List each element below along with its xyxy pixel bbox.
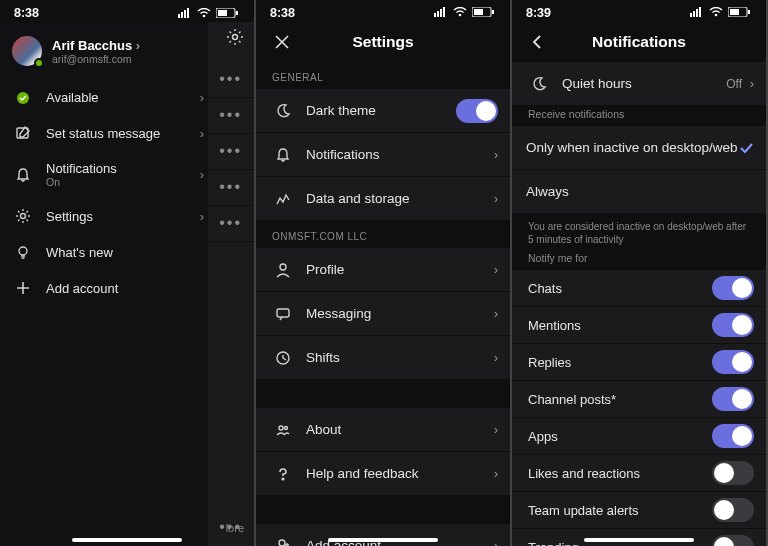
row-add-account[interactable]: Add account ›: [256, 524, 510, 546]
row-dark-theme[interactable]: Dark theme: [256, 89, 510, 133]
drawer-item-notifications[interactable]: Notifications On ›: [0, 151, 208, 198]
drawer-item-available[interactable]: Available ›: [0, 80, 208, 115]
row-messaging[interactable]: Messaging ›: [256, 292, 510, 336]
row-profile[interactable]: Profile ›: [256, 248, 510, 292]
row-receive-inactive[interactable]: Only when inactive on desktop/web: [512, 126, 766, 170]
chevron-right-icon: ›: [200, 126, 204, 141]
row-notify-channel-posts-[interactable]: Channel posts*: [512, 381, 766, 418]
toggle-dark-theme[interactable]: [456, 99, 498, 123]
drawer-item-status-message[interactable]: Set status message ›: [0, 115, 208, 151]
drawer-item-label: Settings: [46, 209, 93, 224]
help-icon: [270, 466, 296, 482]
svg-rect-6: [218, 10, 227, 16]
content-peek: ••• ••• ••• ••• ••• ••• lore: [208, 22, 254, 546]
chat-icon: [270, 306, 296, 322]
row-label: Shifts: [306, 350, 494, 365]
chevron-right-icon: ›: [494, 192, 498, 206]
more-icon[interactable]: •••: [219, 106, 242, 124]
drawer-item-add-account[interactable]: Add account: [0, 270, 208, 306]
row-label: Apps: [528, 429, 712, 444]
more-label: lore: [226, 522, 244, 534]
svg-point-10: [21, 214, 26, 219]
page-title: Notifications: [554, 33, 724, 51]
toggle-team-update-alerts[interactable]: [712, 498, 754, 522]
top-nav: Settings: [256, 22, 510, 62]
drawer-item-settings[interactable]: Settings ›: [0, 198, 208, 234]
svg-point-25: [285, 426, 288, 429]
svg-rect-20: [492, 10, 494, 14]
row-label: Help and feedback: [306, 466, 494, 481]
row-notify-likes-and-reactions[interactable]: Likes and reactions: [512, 455, 766, 492]
add-person-icon: [270, 538, 296, 547]
row-label: Replies: [528, 355, 712, 370]
quiet-hours-icon: [526, 76, 552, 92]
row-receive-always[interactable]: Always: [512, 170, 766, 214]
svg-point-21: [280, 264, 286, 270]
profile-header[interactable]: Arif Bacchus › arif@onmsft.com: [0, 22, 208, 80]
home-indicator[interactable]: [584, 538, 694, 542]
toggle-chats[interactable]: [712, 276, 754, 300]
profile-email: arif@onmsft.com: [52, 53, 140, 65]
row-notifications[interactable]: Notifications ›: [256, 133, 510, 177]
screen-drawer: 8:38 Arif Bacchus › arif@onmsft.com Avai…: [0, 0, 256, 546]
row-notify-team-update-alerts[interactable]: Team update alerts: [512, 492, 766, 529]
gear-icon[interactable]: [226, 28, 244, 50]
chevron-right-icon: ›: [200, 167, 204, 182]
more-icon[interactable]: •••: [219, 178, 242, 196]
profile-name: Arif Bacchus: [52, 38, 132, 53]
close-button[interactable]: [266, 26, 298, 58]
row-quiet-hours[interactable]: Quiet hours Off›: [512, 62, 766, 106]
row-label: About: [306, 422, 494, 437]
svg-point-24: [279, 426, 283, 430]
checkmark-icon: [738, 140, 754, 156]
moon-icon: [270, 103, 296, 119]
profile-icon: [270, 262, 296, 278]
gear-icon: [12, 208, 34, 224]
toggle-trending[interactable]: [712, 535, 754, 546]
row-notify-apps[interactable]: Apps: [512, 418, 766, 455]
svg-rect-31: [696, 9, 698, 17]
svg-rect-13: [434, 13, 436, 17]
status-time: 8:38: [270, 6, 295, 20]
row-notify-chats[interactable]: Chats: [512, 270, 766, 307]
more-icon[interactable]: •••: [219, 142, 242, 160]
row-notify-mentions[interactable]: Mentions: [512, 307, 766, 344]
presence-available-icon: [12, 91, 34, 105]
row-data-storage[interactable]: Data and storage ›: [256, 177, 510, 221]
inactive-help-text: You are considered inactive on desktop/w…: [512, 214, 766, 250]
chevron-right-icon: ›: [750, 77, 754, 91]
chevron-right-icon: ›: [136, 38, 140, 53]
status-bar: 8:38: [0, 0, 254, 22]
toggle-likes-and-reactions[interactable]: [712, 461, 754, 485]
more-icon[interactable]: •••: [219, 70, 242, 88]
row-help[interactable]: Help and feedback ›: [256, 452, 510, 496]
wifi-icon: [709, 6, 723, 20]
row-label: Only when inactive on desktop/web: [526, 140, 738, 155]
home-indicator[interactable]: [328, 538, 438, 542]
row-label: Mentions: [528, 318, 712, 333]
plus-icon: [12, 280, 34, 296]
more-icon[interactable]: •••: [219, 214, 242, 232]
toggle-apps[interactable]: [712, 424, 754, 448]
row-notify-replies[interactable]: Replies: [512, 344, 766, 381]
row-label: Messaging: [306, 306, 494, 321]
svg-point-4: [203, 15, 206, 18]
toggle-replies[interactable]: [712, 350, 754, 374]
edit-icon: [12, 125, 34, 141]
toggle-channel-posts-[interactable]: [712, 387, 754, 411]
row-value: Off: [726, 77, 742, 91]
drawer-item-whats-new[interactable]: What's new: [0, 234, 208, 270]
home-indicator[interactable]: [72, 538, 182, 542]
row-label: Team update alerts: [528, 503, 712, 518]
chevron-right-icon: ›: [494, 539, 498, 547]
row-shifts[interactable]: Shifts ›: [256, 336, 510, 380]
toggle-mentions[interactable]: [712, 313, 754, 337]
battery-icon: [728, 6, 750, 20]
back-button[interactable]: [522, 26, 554, 58]
svg-rect-15: [440, 9, 442, 17]
svg-rect-35: [730, 9, 739, 15]
battery-icon: [472, 6, 494, 20]
svg-rect-30: [693, 11, 695, 17]
drawer-item-label: What's new: [46, 245, 113, 260]
row-about[interactable]: About ›: [256, 408, 510, 452]
